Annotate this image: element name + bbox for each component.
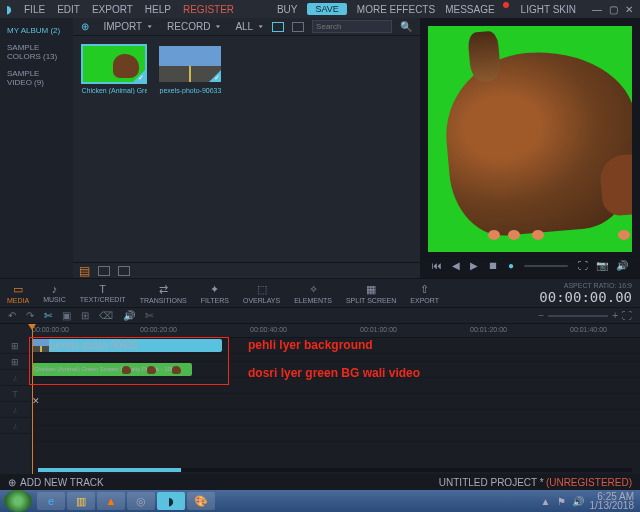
menubar: ◗ FILE EDIT EXPORT HELP REGISTER BUY SAV… [0,0,640,18]
clip-chicken[interactable]: Chicken (Animal) Green Screen Royalty Pr… [32,363,192,376]
taskbar-vlc[interactable]: ▲ [97,492,125,510]
timecode: 00:00:00.00 [539,289,632,305]
tab-music[interactable]: ♪MUSIC [36,279,73,307]
taskbar-ie[interactable]: e [37,492,65,510]
track-head-audio1[interactable]: ♪ [0,370,30,386]
search-icon[interactable]: 🔍 [400,21,412,32]
close-button[interactable]: ✕ [624,4,634,15]
menu-help[interactable]: HELP [145,4,171,15]
panel-icon-1[interactable] [98,266,110,276]
prev-button[interactable]: ⏮ [432,260,442,271]
more-effects-link[interactable]: MORE EFFECTS [357,4,435,15]
annotation-1: pehli lyer background [248,338,373,352]
tool-icon-3[interactable]: ⌫ [99,310,113,321]
search-input[interactable] [312,20,392,33]
grid-view-icon[interactable] [272,22,284,32]
panel-icon-2[interactable] [118,266,130,276]
taskbar-chrome[interactable]: ◎ [127,492,155,510]
light-skin-link[interactable]: LIGHT SKIN [521,4,576,15]
taskbar-explorer[interactable]: ▥ [67,492,95,510]
layers-icon[interactable]: ▤ [79,264,90,278]
playhead[interactable] [32,324,33,474]
marker-x[interactable]: ✕ [32,396,40,406]
tab-filters[interactable]: ✦FILTERS [194,279,236,307]
sidebar-item-myalbum[interactable]: MY ALBUM (2) [4,24,69,37]
track-head-audio3[interactable]: ♪ [0,418,30,434]
tab-export[interactable]: ⇧EXPORT [403,279,446,307]
add-folder-icon[interactable]: ⊕ [81,21,89,32]
tab-media[interactable]: ▭MEDIA [0,279,36,307]
preview-canvas [428,26,632,252]
play-button[interactable]: ▶ [470,260,478,271]
tab-text[interactable]: TTEXT/CREDIT [73,279,133,307]
notification-dot [503,2,509,8]
save-button[interactable]: SAVE [307,3,346,15]
audio-icon[interactable]: 🔊 [616,260,628,271]
snapshot-icon[interactable]: 📷 [596,260,608,271]
timeline-ruler[interactable]: 00:00:00:00 00:00:20:00 00:00:40:00 00:0… [30,324,640,338]
maximize-button[interactable]: ▢ [608,4,618,15]
menu-export[interactable]: EXPORT [92,4,133,15]
vol-dot[interactable]: ● [508,260,514,271]
tool-icon-2[interactable]: ⊞ [81,310,89,321]
track-head-audio2[interactable]: ♪ [0,402,30,418]
tool-icon-5[interactable]: ✄ [145,310,153,321]
add-track-button[interactable]: ⊕ADD NEW TRACK [8,477,104,488]
track-head-video1[interactable]: ⊞ [0,338,30,354]
track-head-text[interactable]: T [0,386,30,402]
sidebar-item-colors[interactable]: SAMPLE COLORS (13) [4,41,69,63]
aspect-ratio: ASPECT RATIO: 16:9 [539,282,632,289]
filter-all-dropdown[interactable]: ALL▼ [235,21,264,32]
redo-icon[interactable]: ↷ [26,310,34,321]
menu-edit[interactable]: EDIT [57,4,80,15]
annotation-2: dosri lyer green BG wali video [248,366,420,380]
status-bar: ⊕ADD NEW TRACK UNTITLED PROJECT * (UNREG… [0,474,640,490]
logo-icon: ◗ [6,3,12,16]
record-dropdown[interactable]: RECORD▼ [167,21,221,32]
message-link[interactable]: MESSAGE [445,4,494,15]
timeline: ⊞ ⊞ ♪ T ♪ ♪ 00:00:00:00 00:00:20:00 00:0… [0,324,640,474]
clip-background[interactable]: pexels-photo-90633 [32,339,222,352]
preview-panel: ⏮ ◀ ▶ ⏹ ● ⛶ 📷 🔊 [420,18,640,278]
taskbar-paint[interactable]: 🎨 [187,492,215,510]
menu-file[interactable]: FILE [24,4,45,15]
track-head-video2[interactable]: ⊞ [0,354,30,370]
taskbar-filmora[interactable]: ◗ [157,492,185,510]
menu-register[interactable]: REGISTER [183,4,234,15]
cut-icon[interactable]: ✄ [44,310,52,321]
tab-overlays[interactable]: ⬚OVERLAYS [236,279,287,307]
sidebar-item-video[interactable]: SAMPLE VIDEO (9) [4,67,69,89]
windows-taskbar: e ▥ ▲ ◎ ◗ 🎨 ▲⚑🔊 6:25 AM1/13/2018 [0,490,640,512]
timeline-toolbar: ↶ ↷ ✄ ▣ ⊞ ⌫ 🔊 ✄ − + ⛶ [0,308,640,324]
module-tabs: ▭MEDIA ♪MUSIC TTEXT/CREDIT ⇄TRANSITIONS … [0,278,640,308]
tab-transitions[interactable]: ⇄TRANSITIONS [133,279,194,307]
step-back-button[interactable]: ◀ [452,260,460,271]
zoom-slider-track[interactable] [548,315,608,317]
library-sidebar: MY ALBUM (2) SAMPLE COLORS (13) SAMPLE V… [0,18,73,278]
zoom-fit-icon[interactable]: ⛶ [622,310,632,321]
zoom-out-icon[interactable]: − [538,310,544,321]
stop-button[interactable]: ⏹ [488,260,498,271]
tool-icon-1[interactable]: ▣ [62,310,71,321]
tab-splitscreen[interactable]: ▦SPLIT SCREEN [339,279,403,307]
tool-icon-4[interactable]: 🔊 [123,310,135,321]
import-dropdown[interactable]: IMPORT▼ [103,21,153,32]
list-view-icon[interactable] [292,22,304,32]
media-panel: ⊕ IMPORT▼ RECORD▼ ALL▼ 🔍 Chicken (Animal… [73,18,420,278]
undo-icon[interactable]: ↶ [8,310,16,321]
system-tray[interactable]: ▲⚑🔊 6:25 AM1/13/2018 [541,492,640,510]
zoom-in-icon[interactable]: + [612,310,618,321]
media-thumb-road[interactable]: pexels-photo-90633 [157,44,223,94]
fullscreen-icon[interactable]: ⛶ [578,260,588,271]
buy-link[interactable]: BUY [277,4,298,15]
media-thumb-chicken[interactable]: Chicken (Animal) Green S... [81,44,147,94]
timeline-scrollbar[interactable] [38,468,632,472]
volume-slider[interactable] [524,265,568,267]
start-button[interactable] [4,490,32,512]
tab-elements[interactable]: ✧ELEMENTS [287,279,339,307]
minimize-button[interactable]: — [592,4,602,15]
